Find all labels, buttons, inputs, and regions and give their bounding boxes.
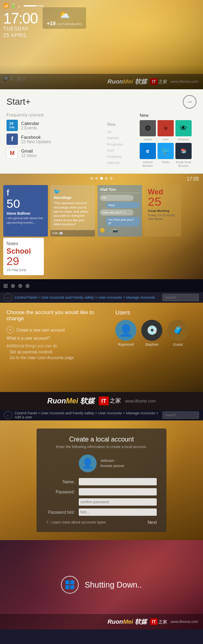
menu-internet[interactable]: Internet (107, 160, 136, 166)
back-button-1[interactable]: ← (4, 293, 12, 302)
additional-things-label: Additional things you can do (6, 344, 107, 348)
search-input-2[interactable] (162, 411, 199, 419)
avatar-actions: webcam browse picture (101, 458, 125, 469)
win-quad-4 (70, 585, 74, 589)
what-is-account-action[interactable]: What is a user account? (6, 336, 107, 340)
chat-action-icon-3[interactable]: 📷 (113, 228, 118, 233)
calendar-info: Calendar 2 Events (21, 121, 39, 130)
manage-accounts-title: Choose the account you would like to cha… (6, 309, 107, 321)
browse-picture-action[interactable]: browse picture (101, 463, 125, 469)
cnn-icon: 📰 (59, 232, 63, 235)
bullet-user-accounts[interactable]: Go to the main User Accounts page (10, 355, 107, 360)
password-input[interactable] (79, 488, 157, 495)
start-middle-panel: New All Games Programs Sort Features Int… (107, 113, 136, 168)
chat-action-icon-2[interactable]: 📎 (106, 228, 111, 233)
tile-settings[interactable]: ⚙ (140, 120, 156, 136)
freq-item-calendar[interactable]: 19CAL Calendar 2 Events (6, 120, 103, 131)
notes-title: Notes (6, 241, 41, 246)
lock-top-bar: 📶 🔋 ♪ (3, 3, 200, 9)
win-quad-3 (65, 585, 69, 589)
tile-label-twitter: Twitter (158, 161, 174, 168)
dot-5[interactable] (110, 177, 113, 180)
tile-calendar[interactable]: Wed 25 Coop Meeting Today 15:15-16:00 Th… (145, 185, 181, 236)
bottom-tiles-row: Notes School 29 29 may juny (3, 238, 200, 275)
user-item-raymond[interactable]: 👤 Raymond (115, 320, 136, 347)
start-title: Start+ (6, 97, 30, 107)
user-item-stephen[interactable]: 💿 Stephen (141, 320, 162, 347)
brand-it-3: IT 之家 (150, 618, 167, 625)
windows-orb-icon[interactable]: ⊞ (3, 282, 8, 289)
hashtag-top: 🐦 #incollege "The awkward moment #incoll… (50, 185, 95, 230)
add-tab-icon-2[interactable]: ⊕ (18, 282, 23, 289)
mention-notification: @ 3 (17, 76, 25, 81)
confirm-password-row (46, 498, 157, 506)
add-tab-icon-3[interactable]: ⊕ (25, 282, 30, 289)
next-button[interactable]: Next (147, 520, 157, 525)
cnn-label: CNN (52, 232, 58, 235)
dashboard-screen: 17:05 f 50 Steve Ballmer i am gonna talk… (0, 174, 203, 279)
tile-label-ie: Internet Browser (140, 161, 156, 168)
confirm-password-input[interactable] (79, 498, 157, 506)
it-text-3: 之家 (158, 619, 167, 625)
tile-chat[interactable]: Vlad Turc Hi! Hey! How are you? :) I'm F… (97, 185, 142, 236)
dot-4[interactable] (105, 177, 108, 180)
taskbar-icons-1: ⊞ ⊕ ⊕ ⊕ (3, 282, 30, 289)
menu-games[interactable]: Games (107, 135, 136, 141)
tile-hashtag[interactable]: 🐦 #incollege "The awkward moment #incoll… (50, 185, 95, 236)
menu-features[interactable]: Features (107, 154, 136, 160)
dot-3-active[interactable] (100, 177, 103, 180)
create-account-avatar: 👤 (79, 454, 97, 472)
tile-atom[interactable]: ⚛ (158, 120, 174, 136)
tile-ie[interactable]: e (140, 143, 156, 159)
webcam-action[interactable]: webcam (101, 458, 125, 464)
manage-accounts-screen: Choose the account you would like to cha… (0, 303, 203, 392)
tile-kindle[interactable]: 📚 (175, 143, 192, 159)
add-tab-icon-1[interactable]: ⊕ (11, 282, 15, 289)
bullet-parental[interactable]: Set up parental controls (10, 350, 107, 354)
hint-field-row: Password hint: (46, 508, 157, 516)
create-account-action[interactable]: + Create a new user account (6, 326, 107, 334)
gmail-info: Gmail 12 Inbox (21, 149, 37, 158)
add-user-address-bar: ← Control Panel > User Accounts and Fami… (0, 410, 203, 420)
freq-item-gmail[interactable]: M Gmail 12 Inbox (6, 147, 103, 159)
back-button-2[interactable]: ← (4, 411, 12, 419)
brand-url-1: www.ithome.com (171, 80, 198, 84)
lock-status-icons: 📶 🔋 ♪ (3, 3, 44, 9)
menu-all[interactable]: All (107, 129, 136, 135)
users-row: 👤 Raymond 💿 Stephen 🧳 Guest (115, 320, 197, 347)
hint-label: Password hint: (46, 510, 79, 515)
dot-2[interactable] (95, 177, 98, 180)
tile-notes[interactable]: Notes School 29 29 may juny (3, 238, 44, 275)
tile-facebook[interactable]: f 50 Steve Ballmer i am gonna talk about… (3, 185, 48, 236)
tile-eye[interactable]: 👁 (175, 120, 192, 136)
create-account-subtitle: Enter the following information to creat… (46, 445, 157, 449)
hint-input[interactable] (79, 508, 157, 516)
hashtag-text: "The awkward moment #incollege when you'… (54, 201, 92, 226)
brand-url-2: www.ithome.com (125, 399, 156, 403)
tile-twitter[interactable]: 🐦 (158, 143, 174, 159)
start-body: Frequently+pinned 19CAL Calendar 2 Event… (6, 113, 197, 168)
facebook-freq-icon: f (6, 134, 18, 145)
lock-day-of-week: TUESDAY (3, 26, 38, 32)
mention-count: 3 (22, 76, 25, 81)
gmail-count: 12 Inbox (21, 153, 37, 158)
gmail-freq-icon: M (6, 147, 18, 159)
cal-event-time: Today 15:15-16:00 (148, 213, 178, 217)
dot-1[interactable] (91, 177, 93, 180)
cal-day-number: 25 (148, 196, 178, 208)
shutdown-watermark: RuonMei 软媒 IT 之家 www.ithome.com (0, 614, 203, 629)
search-input-1[interactable] (162, 294, 199, 301)
help-text[interactable]: ? - Learn more about accounts types (46, 520, 106, 524)
freq-item-facebook[interactable]: f Facebook 23 New Updates (6, 134, 103, 145)
menu-programs[interactable]: Programs (107, 142, 136, 148)
menu-sort[interactable]: Sort (107, 148, 136, 154)
user-item-guest[interactable]: 🧳 Guest (167, 320, 188, 347)
cal-event-location: The Room (148, 217, 178, 221)
lock-screen: 📶 🔋 ♪ 17:00 TUESDAY 25 APRIL ⛅ +19 GOTHE… (0, 0, 203, 89)
name-input[interactable] (79, 478, 157, 485)
win-quad-1 (65, 580, 69, 584)
name-field-row: Name: (46, 478, 157, 485)
lock-time-block: 17:00 TUESDAY 25 APRIL (3, 11, 38, 39)
start-arrow-button[interactable]: → (183, 95, 197, 109)
chat-action-icon-1[interactable]: 😊 (100, 228, 105, 233)
